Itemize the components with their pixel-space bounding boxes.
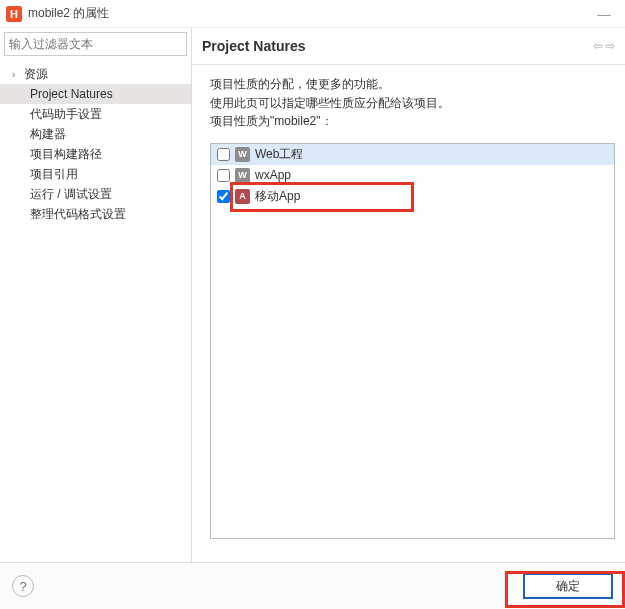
ok-button[interactable]: 确定 (523, 573, 613, 599)
tree-item-label: 运行 / 调试设置 (30, 186, 112, 203)
chevron-right-icon: › (12, 69, 24, 80)
tree-item-root[interactable]: › 资源 (0, 64, 191, 84)
tree-item[interactable]: 整理代码格式设置 (0, 204, 191, 224)
forward-icon[interactable]: ⇨ (605, 39, 615, 53)
app-icon: H (6, 6, 22, 22)
nature-row[interactable]: A移动App (211, 186, 614, 207)
page-title: Project Natures (202, 38, 305, 54)
nature-checkbox[interactable] (217, 190, 230, 203)
main-pane: Project Natures ⇦ ⇨ 项目性质的分配，使更多的功能。 使用此页… (192, 28, 625, 562)
tree-item[interactable]: Project Natures (0, 84, 191, 104)
body-area: › 资源 Project Natures代码助手设置构建器项目构建路径项目引用运… (0, 28, 625, 562)
sidebar: › 资源 Project Natures代码助手设置构建器项目构建路径项目引用运… (0, 28, 192, 562)
back-icon[interactable]: ⇦ (593, 39, 603, 53)
nature-label: wxApp (255, 168, 291, 182)
desc-line: 使用此页可以指定哪些性质应分配给该项目。 (210, 94, 615, 113)
nature-row[interactable]: WwxApp (211, 165, 614, 186)
nature-list[interactable]: WWeb工程WwxAppA移动App (210, 143, 615, 539)
minimize-icon[interactable]: — (589, 6, 619, 22)
titlebar: H mobile2 的属性 — (0, 0, 625, 28)
desc-line: 项目性质为"mobile2"： (210, 112, 615, 131)
help-icon[interactable]: ? (12, 575, 34, 597)
nature-checkbox[interactable] (217, 169, 230, 182)
tree-item[interactable]: 代码助手设置 (0, 104, 191, 124)
tree-item[interactable]: 项目引用 (0, 164, 191, 184)
tree-item[interactable]: 构建器 (0, 124, 191, 144)
nature-badge-icon: W (235, 147, 250, 162)
tree-item-label: 代码助手设置 (30, 106, 102, 123)
nature-badge-icon: A (235, 189, 250, 204)
nature-label: 移动App (255, 188, 300, 205)
tree-item-label: 项目构建路径 (30, 146, 102, 163)
tree-item-label: 整理代码格式设置 (30, 206, 126, 223)
footer: ? 确定 (0, 562, 625, 609)
nature-badge-icon: W (235, 168, 250, 183)
tree-item[interactable]: 运行 / 调试设置 (0, 184, 191, 204)
filter-input[interactable] (5, 37, 186, 51)
nature-row[interactable]: WWeb工程 (211, 144, 614, 165)
tree-item[interactable]: 项目构建路径 (0, 144, 191, 164)
tree-item-label: 资源 (24, 66, 48, 83)
filter-field-wrap[interactable] (4, 32, 187, 56)
description: 项目性质的分配，使更多的功能。 使用此页可以指定哪些性质应分配给该项目。 项目性… (192, 65, 625, 141)
tree-item-label: 项目引用 (30, 166, 78, 183)
nature-checkbox[interactable] (217, 148, 230, 161)
tree-item-label: 构建器 (30, 126, 66, 143)
window-title: mobile2 的属性 (28, 5, 109, 22)
tree: › 资源 Project Natures代码助手设置构建器项目构建路径项目引用运… (0, 62, 191, 226)
nature-label: Web工程 (255, 146, 303, 163)
header-nav-icons: ⇦ ⇨ (593, 39, 615, 53)
main-header: Project Natures ⇦ ⇨ (192, 28, 625, 65)
tree-item-label: Project Natures (30, 87, 113, 101)
desc-line: 项目性质的分配，使更多的功能。 (210, 75, 615, 94)
